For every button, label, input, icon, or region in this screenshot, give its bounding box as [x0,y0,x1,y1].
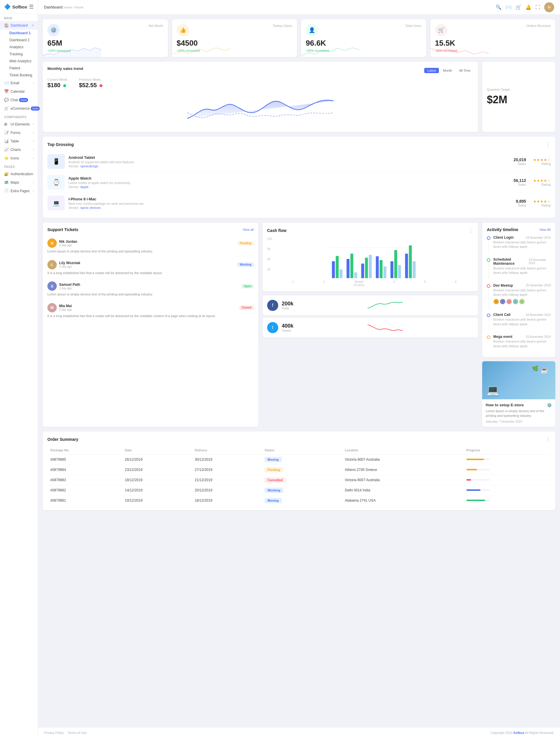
order-progress-2 [464,475,551,485]
stat-label-total-users: Total Users [405,24,421,27]
sidebar-sub-dashboard2[interactable]: Dashboard 2 [0,37,38,44]
product-row-0: 📱 Android Tablet Android 10 supported ta… [47,151,551,172]
menu-icon[interactable]: ☰ [29,4,34,10]
user-avatar[interactable]: U [544,2,554,12]
activity-content-4: Mega event 15 November 2019 Bonbon macar… [493,335,551,348]
blog-settings-icon[interactable]: ⚙️ [547,403,552,407]
breadcrumb-home[interactable]: Home [63,6,72,9]
activity-avatar-a: A [493,299,499,305]
content-area: ⚙️ Net Worth 65M +10% increased 👍 Todays… [38,15,560,727]
order-progress-1 [464,464,551,475]
progress-bar-container-3 [466,489,490,491]
quarterly-target-card: Quarterly Target $2M [482,62,555,132]
vendor-link-0[interactable]: iqonicdesign [80,164,98,168]
sidebar-sub-patient[interactable]: Patient [0,65,38,72]
tab-month[interactable]: Month [440,68,455,73]
blog-mug-icon: ☕ [540,367,548,374]
authentication-icon: 🔐 [4,172,9,176]
sidebar-item-dashboard[interactable]: 🏠 Dashboard ▾ [0,21,38,30]
blog-content: How to setup E-store ⚙️ Lorem Ipsum is s… [482,399,555,427]
sidebar-sub-tracking[interactable]: Tracking [0,51,38,58]
ticket-status-3: Closed [239,305,254,310]
authentication-label: Authentication [11,172,33,176]
mail-icon[interactable]: ✉️ [506,4,511,10]
stat-wave-orders-received [431,45,489,57]
maps-icon: 🗺️ [4,180,9,184]
order-summary-header: Order Summary ⋮ [47,436,551,442]
sidebar-item-charts[interactable]: 📈 Charts › [0,145,38,154]
main-content: Dashboard Home / Home 🔍 ✉️ 🛒 🔔 ⛶ U [38,0,560,738]
social-card-facebook: f 200k Posts [262,296,478,315]
search-icon[interactable]: 🔍 [496,4,502,10]
order-summary-more[interactable]: ⋮ [545,436,551,442]
col-location: Location [342,446,464,454]
topbar-icons: 🔍 ✉️ 🛒 🔔 ⛶ U [496,2,554,12]
sidebar-item-forms[interactable]: 📝 Forms › [0,128,38,137]
sidebar-item-ecommerce[interactable]: 🛒 eCommerce Soon [0,104,38,113]
col-delivery: Delivery [192,446,262,454]
product-name-2: I-Phone 8 i-Mac [68,197,516,201]
sidebar-item-email[interactable]: ✉️ Email › [0,79,38,87]
cashflow-chart-area: 120 90 60 30 [267,237,473,287]
sidebar-sub-analytics[interactable]: Analytics [0,44,38,51]
expand-icon[interactable]: ⛶ [535,5,540,10]
table-arrow: › [33,139,34,143]
sidebar-item-maps[interactable]: 🗺️ Maps › [0,178,38,187]
cashflow-y-labels: 120 90 60 30 [267,237,274,278]
svg-rect-5 [332,261,335,278]
quarterly-target-value: $2M [487,94,551,106]
activity-connector-0 [489,241,489,253]
tab-latest[interactable]: Latest [424,68,439,73]
sidebar-item-chat[interactable]: 💬 Chat Soon [0,96,38,104]
blog-card: 💻 ☕ 🌿 How to setup E-store ⚙️ Lorem Ipsu… [482,361,555,427]
product-stars-0: ★★★★☆ [533,158,551,162]
activity-blog-column: Activity timeline View All Client Login [482,223,555,427]
sidebar-item-extra-pages[interactable]: 📄 Extra Pages › [0,187,38,195]
cashflow-more[interactable]: ⋮ [468,227,473,234]
chat-badge: Soon [19,98,28,102]
vendor-link-1[interactable]: Apple [80,185,88,189]
order-location-1: Athens 2745 Greece [342,464,464,475]
tickets-view-all[interactable]: View all [243,228,254,231]
bell-icon[interactable]: 🔔 [526,4,531,10]
activity-item-2: Dev Meetup 20 November 2019 Bonbon macar… [487,284,551,309]
top-grossing-more[interactable]: ⋮ [545,141,551,148]
order-status-badge-2: Cancelled [265,477,286,483]
ticket-header-1: L Lily Wozniak 2 day ago Working [47,260,254,269]
activity-item-date-3: 18 November 2019 [526,313,551,317]
monthly-sales-card: Monthly sales trend Latest Month All Tim… [43,62,478,132]
product-img-0: 📱 [47,154,65,169]
stat-icon-net-worth: ⚙️ [47,24,60,36]
sidebar-item-authentication[interactable]: 🔐 Authentication › [0,170,38,178]
footer-terms[interactable]: Terms of Use [68,731,87,734]
logo-icon: 🔷 [4,4,11,10]
product-sales-label-1: Sales [514,183,526,186]
sidebar-sub-ticket-booking[interactable]: Ticket Booking [0,72,38,79]
sidebar-item-table[interactable]: 📊 Table › [0,137,38,145]
activity-view-all[interactable]: View All [540,228,551,231]
sidebar-item-icons[interactable]: ⭐ Icons › [0,154,38,162]
activity-card: Activity timeline View All Client Login [482,223,555,357]
order-delivery-2: 21/12/2019 [192,475,262,485]
sidebar-sub-web-analytics[interactable]: Web Analytics [0,58,38,65]
vendor-link-2[interactable]: iqonic devices [80,206,101,210]
product-info-0: Android Tablet Android 10 supported tabl… [68,155,514,168]
dashboard-label: Dashboard [11,23,28,27]
product-sales-value-0: 20,019 [514,157,526,162]
footer-privacy[interactable]: Privacy Policy [44,731,64,734]
sidebar-item-calendar[interactable]: 📅 Calendar [0,87,38,96]
ticket-name-3: Mia Mai [59,304,238,308]
ui-elements-label: UI Elements [11,122,30,126]
order-date-4: 10/12/2019 [122,495,192,505]
sidebar-sub-dashboard1[interactable]: Dashboard 1 [0,30,38,37]
previous-week-value: $52.55 [79,82,103,89]
order-status-badge-4: Moving [265,498,282,503]
cart-icon[interactable]: 🛒 [516,4,521,10]
order-summary-title: Order Summary [47,437,78,442]
authentication-arrow: › [33,172,34,175]
ticket-name-date-3: Mia Mai 2 day ago [59,304,238,311]
sidebar-item-ui-elements[interactable]: ⊞ UI Elements › [0,120,38,128]
tab-all-time[interactable]: All Time [456,68,473,73]
previous-week-stat: Previous Week $52.55 [79,78,103,89]
ticket-text-0: Lorem Ipsum is simply dummy text of the … [47,249,254,254]
